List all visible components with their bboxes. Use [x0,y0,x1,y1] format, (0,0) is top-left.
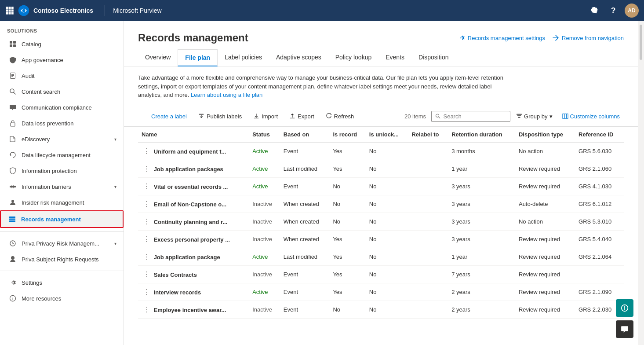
help-icon[interactable]: ? [606,4,620,18]
scroll-track[interactable] [638,21,644,345]
data-loss-prevention-label: Data loss prevention [22,120,116,127]
sidebar-item-content-search[interactable]: Content search [0,84,124,99]
table-row: ⋮ Uniform and equipment t... Active Even… [138,142,624,160]
cell-relabel-to-2 [408,177,448,195]
sidebar-item-priva-subject[interactable]: Priva Subject Rights Requests [0,251,124,267]
app-logo[interactable]: Contoso Electronics [5,4,93,17]
ediscovery-icon [8,135,17,143]
learn-more-link[interactable]: Learn about using a file plan [191,92,262,98]
tab-file-plan[interactable]: File plan [178,49,218,66]
col-reference-id[interactable]: Reference ID [575,127,624,143]
group-by-button[interactable]: Group by ▾ [512,111,556,122]
information-barriers-icon [8,182,17,191]
sidebar-item-ediscovery[interactable]: eDiscovery ▾ [0,131,124,147]
sidebar-item-catalog[interactable]: Catalog [0,36,124,52]
col-name[interactable]: Name [138,127,249,143]
refresh-button[interactable]: Refresh [321,110,359,123]
cell-is-record-1: Yes [329,160,365,177]
cell-relabel-to-5 [408,230,448,248]
search-box[interactable] [431,111,510,122]
cell-status-4: Inactive [249,213,280,230]
user-avatar[interactable]: AD [625,4,639,18]
waffle-icon[interactable] [5,6,14,15]
create-label-button[interactable]: Create a label [138,110,192,123]
row-menu-1[interactable]: ⋮ [142,165,152,172]
cell-is-record-0: Yes [329,142,365,160]
tab-events[interactable]: Events [378,49,411,66]
ediscovery-label: eDiscovery [22,136,110,143]
cell-reference-id-4: GRS 5.3.010 [575,213,624,230]
svg-rect-20 [9,219,15,220]
sidebar-item-data-loss-prevention[interactable]: Data loss prevention [0,115,124,131]
sidebar-item-insider-risk[interactable]: Insider risk management [0,195,124,210]
col-disposition-type[interactable]: Disposition type [515,127,575,143]
description-text: Take advantage of a more flexible and co… [124,66,520,106]
col-retention-duration[interactable]: Retention duration [448,127,515,143]
sidebar-item-information-protection[interactable]: Information protection [0,163,124,179]
col-is-record[interactable]: Is record [329,127,365,143]
sidebar-item-information-barriers[interactable]: Information barriers ▾ [0,179,124,195]
cell-is-record-4: No [329,213,365,230]
cell-is-record-6: Yes [329,248,365,265]
cell-reference-id-6: GRS 2.1.064 [575,248,624,265]
cell-is-unlock-7: No [366,265,408,283]
col-status[interactable]: Status [249,127,280,143]
cell-is-record-9: No [329,301,365,318]
row-menu-9[interactable]: ⋮ [142,306,152,313]
audit-icon [8,71,17,80]
row-menu-0[interactable]: ⋮ [142,147,152,155]
sidebar-item-more-resources[interactable]: i More resources [0,290,124,306]
sidebar-item-data-lifecycle[interactable]: Data lifecycle management [0,147,124,163]
sidebar-item-communication-compliance[interactable]: Communication compliance [0,99,124,115]
cell-disposition-type-3: Auto-delete [515,195,575,213]
content-area: Records management Records management se… [124,21,638,345]
table-header-row: Name Status Based on Is record Is unlock… [138,127,624,143]
publish-labels-button[interactable]: Publish labels [193,110,247,123]
sidebar-item-app-governance[interactable]: App governance [0,52,124,68]
chat-button[interactable] [616,320,633,338]
content-search-icon [8,87,17,96]
records-management-settings-link[interactable]: Records management settings [458,34,545,41]
row-menu-5[interactable]: ⋮ [142,235,152,243]
row-menu-6[interactable]: ⋮ [142,253,152,261]
tab-policy-lookup[interactable]: Policy lookup [328,49,379,66]
svg-rect-13 [10,44,12,47]
row-menu-3[interactable]: ⋮ [142,200,152,208]
cell-name-7: ⋮ Sales Contracts [138,265,249,283]
publish-labels-icon [198,113,204,119]
search-input[interactable] [443,113,506,120]
col-is-unlock[interactable]: Is unlock... [366,127,408,143]
cell-is-unlock-9: No [366,301,408,318]
cell-reference-id-0: GRS 5.6.030 [575,142,624,160]
scroll-thumb[interactable] [640,25,642,60]
settings-icon[interactable] [588,4,602,18]
import-button[interactable]: Import [248,110,283,123]
information-barriers-label: Information barriers [22,184,110,190]
col-based-on[interactable]: Based on [280,127,330,143]
feedback-button[interactable] [616,299,633,317]
sidebar-item-records-management[interactable]: Records management [0,210,124,228]
cell-name-1: ⋮ Job application packages [138,160,249,177]
tab-adaptive-scopes[interactable]: Adaptive scopes [269,49,328,66]
cell-name-9: ⋮ Employee incentive awar... [138,301,249,318]
tab-label-policies[interactable]: Label policies [218,49,269,66]
row-menu-7[interactable]: ⋮ [142,271,152,278]
sidebar-item-settings[interactable]: Settings [0,275,124,290]
sidebar-item-priva-privacy[interactable]: Priva Privacy Risk Managem... ▾ [0,235,124,251]
tab-disposition[interactable]: Disposition [411,49,455,66]
communication-compliance-label: Communication compliance [22,104,116,111]
svg-rect-8 [11,12,14,15]
row-menu-2[interactable]: ⋮ [142,183,152,190]
row-menu-8[interactable]: ⋮ [142,288,152,296]
tab-overview[interactable]: Overview [138,49,178,66]
cell-retention-duration-1: 1 year [448,160,515,177]
cell-is-unlock-6: No [366,248,408,265]
col-relabel-to[interactable]: Relabel to [408,127,448,143]
customize-columns-button[interactable]: Customize columns [558,111,624,122]
export-button[interactable]: Export [284,110,319,123]
remove-navigation-link[interactable]: Remove from navigation [552,34,624,41]
row-menu-4[interactable]: ⋮ [142,218,152,225]
cell-is-record-3: No [329,195,365,213]
sidebar-item-audit[interactable]: Audit [0,68,124,84]
cell-status-8: Active [249,283,280,301]
